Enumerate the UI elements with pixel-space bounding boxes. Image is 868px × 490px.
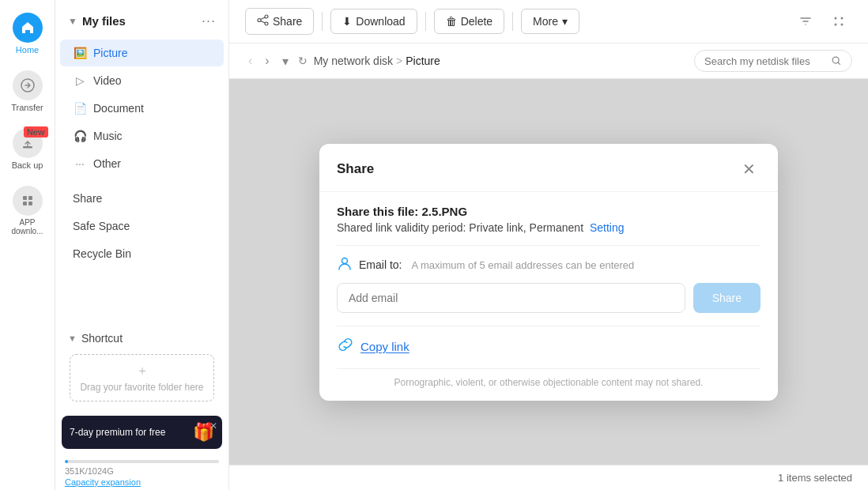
toolbar-divider-1 (322, 12, 323, 31)
nav-music[interactable]: 🎧 Music (60, 122, 224, 149)
email-label: Email to: A maximum of 5 email addresses… (337, 255, 760, 275)
dropdown-button[interactable]: ▾ (279, 52, 292, 70)
nav-other[interactable]: ··· Other (60, 150, 224, 177)
nav-safe-space[interactable]: Safe Space (60, 213, 224, 239)
secondary-sidebar: ▼ My files ··· 🖼️ Picture ▷ Video 📄 Docu… (55, 0, 229, 490)
breadcrumb: My network disk > Picture (314, 55, 440, 67)
files-menu-dots[interactable]: ··· (202, 13, 216, 29)
search-input[interactable] (704, 55, 826, 67)
email-input-row: Share (337, 283, 760, 313)
nav-share[interactable]: Share (60, 185, 224, 212)
other-icon: ··· (73, 157, 87, 170)
modal-file-name: Share this file: 2.5.PNG (337, 205, 760, 218)
svg-point-11 (835, 17, 837, 20)
svg-rect-5 (28, 202, 32, 205)
breadcrumb-sep: > (396, 55, 402, 67)
delete-button[interactable]: 🗑 Delete (434, 9, 504, 34)
picture-icon: 🖼️ (73, 47, 87, 59)
search-icon[interactable] (831, 55, 842, 67)
nav-video[interactable]: ▷ Video (60, 67, 224, 94)
drag-folder-box[interactable]: ＋ Drag your favorite folder here (70, 354, 214, 401)
person-icon (337, 255, 353, 275)
more-chevron-icon: ▾ (562, 15, 568, 28)
left-sidebar: Home Transfer New Back up (0, 0, 55, 490)
modal-body: Share this file: 2.5.PNG Shared link val… (319, 192, 778, 401)
secondary-header: ▼ My files ··· (55, 0, 228, 36)
search-box (694, 50, 852, 72)
document-icon: 📄 (73, 102, 87, 115)
toolbar-divider-2 (425, 12, 426, 31)
modal-header: Share ✕ (319, 144, 778, 192)
sidebar-nav: 🖼️ Picture ▷ Video 📄 Document 🎧 Music ··… (55, 36, 228, 324)
share-button[interactable]: Share (245, 8, 314, 35)
music-icon: 🎧 (73, 130, 87, 142)
delete-icon: 🗑 (446, 15, 457, 28)
svg-line-16 (838, 62, 840, 64)
promo-banner: 7-day premium for free 🎁 ✕ (62, 416, 222, 449)
sidebar-home[interactable]: Home (4, 8, 51, 59)
toolbar-divider-3 (512, 12, 513, 31)
modal-file-info: Share this file: 2.5.PNG Shared link val… (337, 205, 760, 234)
promo-close-btn[interactable]: ✕ (209, 420, 217, 432)
share-email-button[interactable]: Share (693, 283, 760, 313)
copy-link-row: Copy link (337, 336, 760, 357)
share-icon (257, 14, 269, 28)
svg-point-17 (342, 258, 348, 263)
sidebar-transfer[interactable]: Transfer (4, 66, 51, 117)
svg-rect-2 (23, 196, 27, 200)
modal-divider-2 (337, 326, 760, 326)
toolbar-right (792, 11, 852, 32)
svg-point-6 (265, 15, 268, 18)
svg-line-9 (261, 21, 265, 23)
svg-point-14 (841, 24, 843, 26)
more-button[interactable]: More ▾ (521, 9, 579, 34)
copy-link-button[interactable]: Copy link (360, 340, 409, 353)
menu-button[interactable] (825, 11, 852, 32)
download-button[interactable]: ⬇ Download (330, 9, 417, 34)
filter-button[interactable] (792, 11, 819, 32)
storage-bar-fill (65, 460, 68, 463)
share-modal: Share ✕ Share this file: 2.5.PNG Shared … (319, 144, 778, 401)
refresh-button[interactable]: ↻ (298, 55, 308, 67)
sidebar-app[interactable]: APP downlo... (4, 181, 51, 240)
title-chevron: ▼ (68, 16, 77, 27)
modal-overlay[interactable]: Share ✕ Share this file: 2.5.PNG Shared … (229, 79, 868, 465)
breadcrumb-current: Picture (406, 55, 440, 67)
svg-rect-3 (28, 196, 32, 200)
toolbar: Share ⬇ Download 🗑 Delete More ▾ (229, 0, 868, 43)
files-title: ▼ My files (68, 14, 126, 28)
nav-picture[interactable]: 🖼️ Picture (60, 40, 224, 66)
sidebar-backup[interactable]: New Back up (4, 123, 51, 175)
svg-point-7 (258, 19, 261, 22)
forward-button[interactable]: › (262, 52, 272, 70)
shortcut-chevron: ▼ (68, 334, 77, 343)
svg-point-8 (265, 22, 268, 25)
modal-divider-1 (337, 245, 760, 246)
svg-line-10 (261, 17, 265, 20)
modal-title: Share (337, 161, 374, 177)
svg-rect-1 (23, 146, 32, 149)
main-area: Share ⬇ Download 🗑 Delete More ▾ (229, 0, 868, 490)
svg-rect-4 (23, 202, 27, 205)
email-input[interactable] (337, 283, 685, 313)
content-area: Share ✕ Share this file: 2.5.PNG Shared … (229, 79, 868, 465)
app-icon (13, 186, 43, 216)
nav-document[interactable]: 📄 Document (60, 95, 224, 122)
email-section: Email to: A maximum of 5 email addresses… (337, 255, 760, 313)
copy-link-section: Copy link Pornographic, violent, or othe… (337, 336, 760, 388)
storage-text: 351K/1024G (65, 466, 219, 476)
download-icon: ⬇ (342, 15, 352, 28)
selected-count: 1 items selected (778, 472, 852, 484)
capacity-expansion-link[interactable]: Capacity expansion (65, 477, 219, 487)
home-icon (13, 13, 43, 43)
link-icon (337, 336, 354, 357)
modal-close-button[interactable]: ✕ (738, 158, 760, 180)
modal-footer-note: Pornographic, violent, or otherwise obje… (337, 368, 760, 388)
setting-link[interactable]: Setting (590, 221, 625, 234)
back-button[interactable]: ‹ (245, 52, 255, 70)
menu-icon (832, 14, 846, 28)
status-bar: 1 items selected (229, 465, 868, 490)
nav-recycle-bin[interactable]: Recycle Bin (60, 240, 224, 267)
svg-point-12 (841, 17, 843, 20)
filter-icon (798, 14, 813, 28)
